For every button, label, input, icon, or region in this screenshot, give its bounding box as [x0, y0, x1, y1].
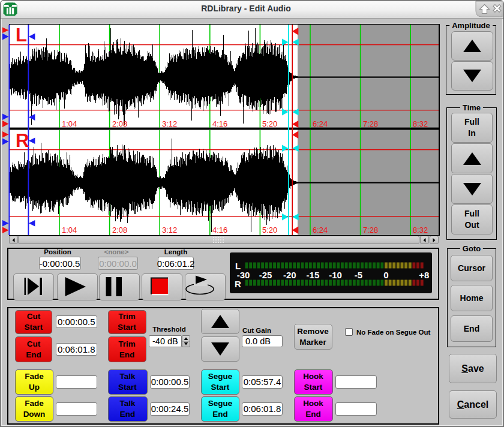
svg-text:R: R [16, 130, 29, 151]
svg-text:2:08: 2:08 [112, 119, 127, 128]
svg-text:2:08: 2:08 [112, 225, 127, 234]
svg-text:7:28: 7:28 [363, 119, 378, 128]
svg-text:6:24: 6:24 [313, 119, 328, 128]
svg-text:8:32: 8:32 [413, 119, 428, 128]
svg-text:1:04: 1:04 [62, 119, 77, 128]
svg-text:L: L [16, 25, 27, 46]
svg-text:-15: -15 [307, 270, 320, 280]
svg-text:6:24: 6:24 [313, 225, 328, 234]
svg-text:+8: +8 [419, 270, 429, 280]
svg-text:1:04: 1:04 [62, 225, 77, 234]
svg-text:-5: -5 [355, 270, 362, 280]
svg-text:3:12: 3:12 [162, 225, 177, 234]
svg-text:4:16: 4:16 [212, 119, 227, 128]
svg-text:4:16: 4:16 [212, 225, 227, 234]
svg-text:-10: -10 [329, 270, 342, 280]
svg-text:0: 0 [383, 270, 388, 280]
svg-text:-20: -20 [283, 270, 296, 280]
svg-text:R: R [235, 279, 241, 289]
svg-text:-25: -25 [259, 270, 272, 280]
svg-text:5:20: 5:20 [262, 225, 277, 234]
svg-text:8:32: 8:32 [413, 225, 428, 234]
svg-text:5:20: 5:20 [262, 119, 277, 128]
svg-text:-30: -30 [237, 270, 250, 280]
svg-text:3:12: 3:12 [162, 119, 177, 128]
svg-text:7:28: 7:28 [363, 225, 378, 234]
